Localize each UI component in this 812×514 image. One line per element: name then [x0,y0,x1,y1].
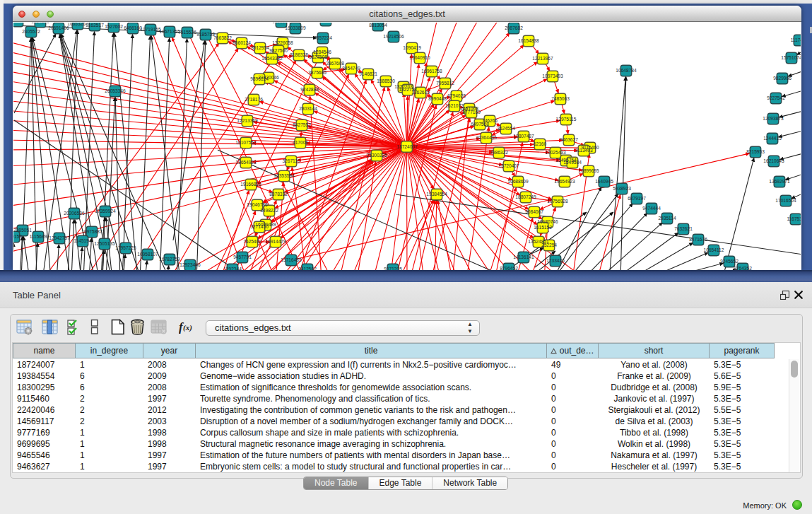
svg-text:15720407: 15720407 [498,163,519,168]
svg-text:16033809: 16033809 [285,25,306,30]
svg-text:10688609: 10688609 [507,179,529,184]
svg-text:9474444: 9474444 [642,206,661,211]
svg-text:1244415: 1244415 [763,136,782,141]
svg-text:10025433: 10025433 [545,150,566,155]
svg-text:15640910: 15640910 [409,55,430,60]
svg-text:9457791: 9457791 [233,255,252,259]
svg-text:10973493: 10973493 [542,74,563,78]
svg-text:10807487: 10807487 [513,134,534,139]
svg-text:12093873: 12093873 [763,116,784,121]
svg-text:16543382: 16543382 [261,56,283,61]
svg-text:1527602: 1527602 [105,24,123,29]
svg-text:6466160: 6466160 [124,25,142,30]
svg-text:7955812: 7955812 [436,81,454,86]
svg-text:7663822: 7663822 [213,35,232,40]
svg-text:12975115: 12975115 [556,117,577,122]
svg-text:9146821: 9146821 [359,71,377,76]
svg-text:3624554: 3624554 [497,126,515,131]
svg-text:16210643: 16210643 [763,158,784,163]
svg-text:5938923: 5938923 [613,186,631,191]
svg-text:839159: 839159 [13,234,22,239]
svg-text:6794028: 6794028 [447,93,466,98]
svg-text:9227542: 9227542 [767,95,785,100]
svg-text:15751074: 15751074 [781,55,801,60]
svg-text:9827508: 9827508 [309,54,327,59]
svg-text:8660124: 8660124 [233,40,251,45]
svg-text:19046786: 19046786 [247,202,268,207]
svg-text:9463627: 9463627 [560,137,578,142]
svg-text:2718176: 2718176 [245,97,263,102]
svg-text:2867608: 2867608 [326,61,344,66]
svg-text:8813054: 8813054 [369,23,387,28]
svg-text:1117404: 1117404 [791,37,801,42]
svg-text:16961758: 16961758 [421,69,442,74]
svg-text:(x): (x) [183,323,192,332]
svg-text:1615152: 1615152 [534,225,552,230]
svg-text:16120746: 16120746 [537,219,558,224]
svg-text:8912954: 8912954 [251,45,269,50]
svg-text:12213369: 12213369 [237,118,258,123]
svg-text:13692971: 13692971 [769,179,790,184]
svg-text:2935114: 2935114 [658,216,676,221]
svg-text:3113403: 3113403 [575,148,593,153]
svg-text:12213967: 12213967 [532,56,553,61]
svg-text:12923446: 12923446 [180,262,201,267]
svg-text:1733426: 1733426 [546,258,565,263]
svg-text:7986322: 7986322 [490,150,508,155]
svg-text:7385051: 7385051 [13,228,32,233]
svg-text:25300235: 25300235 [366,153,387,158]
svg-text:7357224: 7357224 [314,35,332,40]
svg-text:10648784: 10648784 [616,68,637,73]
svg-text:9185753: 9185753 [196,32,215,37]
svg-text:3498222: 3498222 [260,208,278,213]
svg-text:3267110: 3267110 [282,158,300,163]
svg-text:1167533: 1167533 [787,216,801,221]
svg-text:20206536: 20206536 [64,211,85,216]
svg-text:17359924: 17359924 [95,209,116,214]
svg-text:19654923: 19654923 [235,160,257,165]
svg-text:17016504: 17016504 [775,198,796,203]
svg-text:17957225: 17957225 [115,245,136,250]
svg-text:10107552: 10107552 [235,140,257,145]
svg-text:19384554: 19384554 [426,192,447,197]
svg-text:12353594: 12353594 [273,173,295,178]
svg-text:8427552: 8427552 [293,122,311,127]
svg-text:746266: 746266 [482,118,498,123]
svg-text:9162517: 9162517 [86,23,104,28]
svg-text:1284546: 1284546 [313,49,331,54]
svg-text:6879197: 6879197 [628,196,646,201]
svg-text:1115689: 1115689 [30,234,47,239]
svg-text:1145194: 1145194 [73,238,92,243]
svg-text:20364436: 20364436 [476,135,497,140]
svg-text:8454749: 8454749 [342,66,360,71]
svg-text:252254: 252254 [541,243,557,247]
svg-text:8471676: 8471676 [689,237,707,242]
svg-text:16782759: 16782759 [159,257,180,262]
svg-text:14136141: 14136141 [513,255,534,259]
svg-text:1640945: 1640945 [595,179,613,184]
svg-text:9245652: 9245652 [720,259,739,264]
svg-text:10671355: 10671355 [159,29,180,34]
svg-text:19166829: 19166829 [240,182,261,187]
svg-text:9896124: 9896124 [250,76,269,81]
svg-text:26053346: 26053346 [105,88,126,93]
svg-text:10719155: 10719155 [140,27,161,32]
svg-text:2093381: 2093381 [13,23,27,23]
svg-text:3271450: 3271450 [250,224,269,229]
svg-text:9777169: 9777169 [462,110,481,115]
svg-text:10958107: 10958107 [137,252,158,257]
svg-text:2405572: 2405572 [22,29,40,34]
svg-text:3875685: 3875685 [308,70,326,75]
svg-text:62160: 62160 [534,141,547,146]
svg-text:7632621: 7632621 [674,226,693,231]
svg-text:2803144: 2803144 [299,106,317,111]
svg-text:2087682: 2087682 [505,25,523,30]
svg-text:16914479: 16914479 [265,239,286,244]
svg-text:7515526: 7515526 [178,30,196,35]
svg-text:10899695: 10899695 [578,168,599,173]
svg-text:15716485: 15716485 [281,257,302,262]
svg-text:13226058: 13226058 [272,40,293,45]
svg-text:10756928: 10756928 [547,199,568,204]
svg-text:8215953: 8215953 [746,149,765,154]
svg-text:7625402: 7625402 [243,239,261,244]
